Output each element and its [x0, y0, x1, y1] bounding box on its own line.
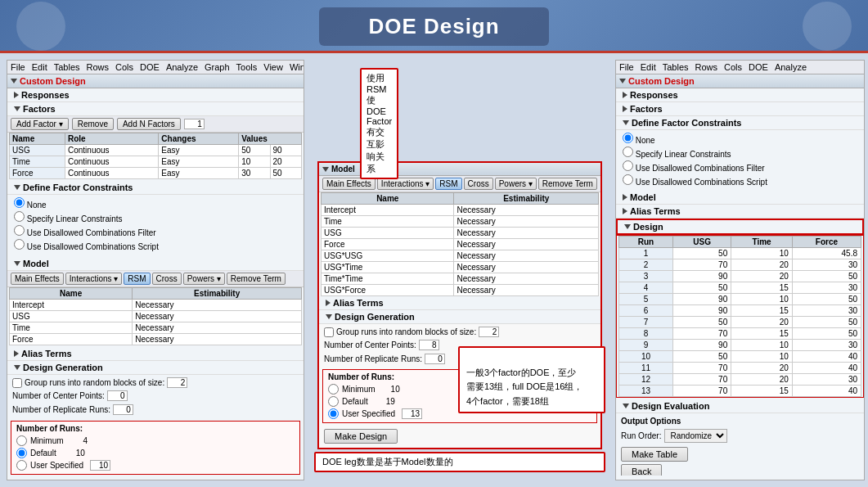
popup-user-specified-radio[interactable] [328, 408, 339, 419]
menu-rows[interactable]: Rows [87, 62, 110, 72]
menu-analyze[interactable]: Analyze [166, 62, 198, 72]
user-specified-radio-label[interactable]: User Specified [16, 459, 295, 471]
group-runs-input[interactable] [167, 377, 187, 388]
n-factors-input[interactable] [184, 119, 205, 129]
popup-user-specified-input[interactable] [402, 408, 422, 419]
group-runs-label[interactable]: Group runs into random blocks of size: [12, 377, 299, 389]
popup-alias-item[interactable]: Alias Terms [319, 296, 600, 310]
left-factors-item[interactable]: Factors [7, 102, 304, 116]
user-specified-radio[interactable] [16, 460, 27, 471]
right-constraint-radio-label[interactable]: Use Disallowed Combinations Filter [623, 160, 857, 174]
menu-tools[interactable]: Tools [236, 62, 258, 72]
remove-term-btn[interactable]: Remove Term [227, 273, 286, 285]
popup-default-radio[interactable] [328, 396, 339, 407]
right-constraint-radio[interactable] [623, 147, 633, 157]
right-menu-doe[interactable]: DOE [749, 62, 768, 72]
popup-design-gen-item[interactable]: Design Generation [319, 310, 600, 324]
popup-replicate-runs-input[interactable] [425, 354, 445, 364]
group-runs-checkbox[interactable] [12, 378, 22, 388]
left-define-factor-constraints-item[interactable]: Define Factor Constraints [7, 181, 304, 195]
main-effects-btn[interactable]: Main Effects [11, 273, 64, 285]
constraint-radio-label[interactable]: None [14, 196, 297, 210]
popup-make-design-button[interactable]: Make Design [324, 429, 398, 444]
factor-role: Continuous [65, 168, 159, 179]
constraint-radio-label[interactable]: Specify Linear Constraints [14, 210, 297, 224]
right-model-item[interactable]: Model [616, 191, 864, 205]
design-time: 10 [731, 248, 793, 259]
rsm-btn[interactable]: RSM [124, 273, 150, 285]
right-menu-tables[interactable]: Tables [663, 62, 689, 72]
menu-tables[interactable]: Tables [54, 62, 80, 72]
left-design-gen-item[interactable]: Design Generation [7, 361, 304, 375]
popup-center-points-input[interactable] [419, 340, 439, 350]
popup-rsm-btn[interactable]: RSM [435, 178, 461, 190]
constraint-radio[interactable] [14, 239, 25, 250]
user-specified-input[interactable] [90, 460, 110, 471]
center-points-input[interactable] [107, 390, 128, 401]
popup-minimum-radio[interactable] [328, 384, 339, 395]
right-menu-cols[interactable]: Cols [724, 62, 742, 72]
right-factors-item[interactable]: Factors [616, 102, 864, 116]
design-table-row: 11702040 [619, 363, 861, 374]
popup-cross-btn[interactable]: Cross [464, 178, 493, 190]
constraint-radio[interactable] [14, 197, 25, 208]
constraint-radio-label[interactable]: Use Disallowed Combinations Script [14, 238, 297, 252]
right-constraint-radio-label[interactable]: Use Disallowed Combinations Script [623, 174, 857, 187]
left-responses-item[interactable]: Responses [7, 88, 304, 102]
make-table-button[interactable]: Make Table [621, 447, 688, 462]
constraint-radio[interactable] [14, 225, 25, 236]
design-run: 4 [619, 282, 673, 294]
menu-graph[interactable]: Graph [205, 62, 230, 72]
left-custom-design-header[interactable]: Custom Design [7, 74, 304, 88]
right-custom-design-header[interactable]: Custom Design [616, 74, 864, 88]
menu-edit[interactable]: Edit [32, 62, 47, 72]
popup-powers-btn[interactable]: Powers ▾ [495, 178, 537, 190]
right-constraint-radio[interactable] [623, 174, 633, 185]
right-design-item[interactable]: Design [616, 219, 864, 235]
menu-file[interactable]: File [11, 62, 25, 72]
popup-group-runs-checkbox[interactable] [324, 327, 334, 337]
default-radio[interactable] [16, 448, 27, 458]
left-model-item[interactable]: Model [7, 257, 304, 271]
right-eval-item[interactable]: Design Evaluation [616, 399, 864, 413]
add-n-factors-button[interactable]: Add N Factors [117, 118, 181, 130]
right-constraint-radio-label[interactable]: Specify Linear Constraints [623, 146, 857, 160]
right-constraints-item[interactable]: Define Factor Constraints [616, 116, 864, 130]
popup-remove-term-btn[interactable]: Remove Term [538, 178, 597, 190]
popup-interactions-btn[interactable]: Interactions ▾ [377, 178, 434, 190]
minimum-radio[interactable] [16, 435, 27, 446]
popup-group-runs-input[interactable] [479, 327, 499, 337]
right-constraint-radio[interactable] [623, 133, 633, 143]
default-radio-label[interactable]: Default 10 [16, 447, 295, 459]
right-menu-rows[interactable]: Rows [695, 62, 718, 72]
back-button[interactable]: Back [621, 464, 662, 476]
bottom-note-container: DOE leg数量是基于Model数量的 [314, 452, 605, 472]
right-alias-item[interactable]: Alias Terms [616, 205, 864, 219]
replicate-runs-input[interactable] [113, 404, 133, 415]
left-alias-terms-item[interactable]: Alias Terms [7, 347, 304, 361]
popup-main-effects-btn[interactable]: Main Effects [322, 178, 376, 190]
right-constraints-expand-icon [623, 120, 629, 125]
menu-cols[interactable]: Cols [115, 62, 133, 72]
add-factor-button[interactable]: Add Factor ▾ [11, 118, 69, 130]
right-menu-file[interactable]: File [619, 62, 634, 72]
run-order-select[interactable]: Randomize [664, 429, 727, 443]
right-menu-edit[interactable]: Edit [641, 62, 656, 72]
remove-factor-button[interactable]: Remove [72, 118, 114, 130]
right-constraints-label: Define Factor Constraints [632, 118, 741, 128]
right-constraint-radio[interactable] [623, 160, 633, 171]
right-constraint-radio-label[interactable]: None [623, 132, 857, 146]
right-menu-analyze[interactable]: Analyze [775, 62, 807, 72]
popup-make-design-container: Make Design [319, 425, 600, 448]
menu-window[interactable]: Window [290, 62, 304, 72]
menu-doe[interactable]: DOE [140, 62, 160, 72]
right-responses-item[interactable]: Responses [616, 88, 864, 102]
minimum-radio-label[interactable]: Minimum 4 [16, 435, 295, 447]
interactions-btn[interactable]: Interactions ▾ [65, 273, 122, 285]
menu-view[interactable]: View [263, 62, 283, 72]
cross-btn[interactable]: Cross [152, 273, 182, 285]
constraint-radio[interactable] [14, 211, 25, 222]
popup-group-runs-label[interactable]: Group runs into random blocks of size: [324, 326, 596, 338]
powers-btn[interactable]: Powers ▾ [183, 273, 225, 285]
constraint-radio-label[interactable]: Use Disallowed Combinations Filter [14, 224, 297, 238]
